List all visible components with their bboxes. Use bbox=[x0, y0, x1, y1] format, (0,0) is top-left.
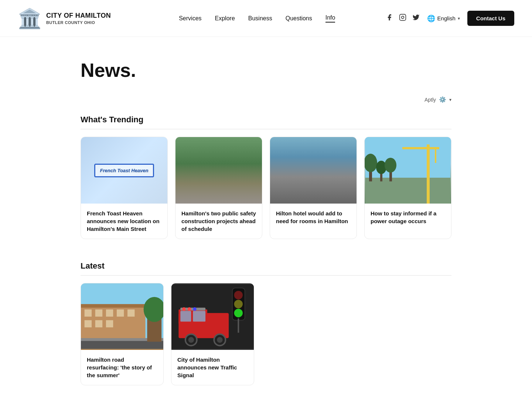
logo-icon: 🏛️ bbox=[18, 9, 42, 28]
language-label: English bbox=[437, 15, 456, 21]
lang-chevron-icon: ▾ bbox=[458, 16, 460, 21]
svg-rect-20 bbox=[127, 310, 134, 317]
nav-info[interactable]: Info bbox=[325, 14, 335, 23]
svg-point-34 bbox=[188, 337, 194, 343]
latest-card-2[interactable]: City of Hamilton announces new Traffic S… bbox=[171, 283, 254, 385]
latest-title: Latest bbox=[81, 261, 451, 276]
latest-cards-grid: Hamilton road resurfacing: 'the story of… bbox=[81, 283, 451, 385]
header-right: 🌐 English ▾ Contact Us bbox=[386, 11, 514, 26]
svg-rect-18 bbox=[106, 310, 113, 317]
svg-rect-22 bbox=[95, 320, 102, 327]
svg-point-36 bbox=[217, 337, 223, 343]
svg-rect-19 bbox=[117, 310, 124, 317]
aptly-bar: Aptly ⚙️ ▾ bbox=[81, 96, 451, 103]
card-title-2: Hamilton's two public safety constructio… bbox=[181, 209, 256, 233]
facebook-icon[interactable] bbox=[386, 14, 393, 23]
nav-services[interactable]: Services bbox=[179, 15, 201, 22]
card-title-1: French Toast Heaven announces new locati… bbox=[87, 209, 161, 233]
latest-card-body-2: City of Hamilton announces new Traffic S… bbox=[171, 350, 254, 385]
svg-point-43 bbox=[234, 300, 243, 308]
card-image-1: French Toast Heaven bbox=[81, 137, 167, 204]
building-svg bbox=[81, 283, 163, 350]
latest-card-1[interactable]: Hamilton road resurfacing: 'the story of… bbox=[81, 283, 164, 385]
powerline-svg bbox=[365, 137, 451, 204]
logo-county: BUTLER COUNTY Ohio bbox=[46, 20, 111, 25]
svg-point-12 bbox=[385, 158, 396, 173]
svg-point-39 bbox=[188, 307, 191, 311]
globe-icon: 🌐 bbox=[427, 14, 435, 23]
firetruck-svg bbox=[171, 283, 254, 350]
trending-section: What's Trending French Toast Heaven Fren… bbox=[81, 115, 451, 239]
site-logo[interactable]: 🏛️ City of Hamilton BUTLER COUNTY Ohio bbox=[18, 9, 129, 28]
svg-rect-15 bbox=[81, 304, 146, 308]
trending-card-2[interactable]: Hamilton's two public safety constructio… bbox=[175, 137, 262, 239]
trending-cards-grid: French Toast Heaven French Toast Heaven … bbox=[81, 137, 451, 239]
nav-explore[interactable]: Explore bbox=[215, 15, 235, 22]
contact-us-button[interactable]: Contact Us bbox=[467, 11, 514, 26]
nav-business[interactable]: Business bbox=[248, 15, 272, 22]
page-title: News. bbox=[81, 59, 451, 81]
latest-card-title-1: Hamilton road resurfacing: 'the story of… bbox=[87, 356, 157, 379]
trending-card-1[interactable]: French Toast Heaven French Toast Heaven … bbox=[81, 137, 168, 239]
main-nav: Services Explore Business Questions Info bbox=[129, 14, 386, 23]
card-image-2 bbox=[175, 137, 262, 204]
trending-card-3[interactable]: Hilton hotel would add to need for rooms… bbox=[270, 137, 357, 239]
card-image-3 bbox=[270, 137, 357, 204]
aptly-chevron-icon: ▾ bbox=[449, 97, 451, 102]
svg-point-40 bbox=[193, 307, 197, 311]
language-selector[interactable]: 🌐 English ▾ bbox=[427, 14, 460, 23]
site-header: 🏛️ City of Hamilton BUTLER COUNTY Ohio S… bbox=[0, 0, 532, 37]
svg-rect-23 bbox=[106, 320, 113, 327]
latest-card-image-1 bbox=[81, 283, 163, 350]
card-body-2: Hamilton's two public safety constructio… bbox=[175, 204, 262, 239]
card-body-3: Hilton hotel would add to need for rooms… bbox=[270, 204, 357, 231]
french-toast-logo: French Toast Heaven bbox=[94, 164, 154, 177]
svg-point-44 bbox=[234, 309, 243, 317]
logo-city: City of Hamilton bbox=[46, 11, 111, 20]
logo-text: City of Hamilton BUTLER COUNTY Ohio bbox=[46, 11, 111, 25]
svg-point-38 bbox=[182, 307, 186, 311]
nav-questions[interactable]: Questions bbox=[286, 15, 312, 22]
latest-card-body-1: Hamilton road resurfacing: 'the story of… bbox=[81, 350, 163, 385]
card-body-4: How to stay informed if a power outage o… bbox=[365, 204, 451, 231]
trending-card-4[interactable]: How to stay informed if a power outage o… bbox=[364, 137, 451, 239]
aptly-gear-icon[interactable]: ⚙️ bbox=[439, 96, 446, 103]
svg-point-42 bbox=[234, 291, 243, 299]
card-image-4 bbox=[365, 137, 451, 204]
svg-rect-16 bbox=[85, 310, 92, 317]
svg-rect-3 bbox=[365, 178, 450, 204]
svg-rect-45 bbox=[238, 318, 239, 333]
svg-rect-17 bbox=[95, 310, 102, 317]
card-title-4: How to stay informed if a power outage o… bbox=[371, 209, 445, 225]
latest-card-image-2 bbox=[171, 283, 254, 350]
latest-section: Latest bbox=[81, 261, 451, 385]
aptly-label: Aptly bbox=[424, 97, 436, 103]
svg-rect-31 bbox=[180, 311, 191, 321]
card-title-3: Hilton hotel would add to need for rooms… bbox=[276, 209, 351, 225]
social-icons bbox=[386, 14, 420, 23]
svg-rect-21 bbox=[85, 320, 92, 327]
trending-title: What's Trending bbox=[81, 115, 451, 129]
card-body-1: French Toast Heaven announces new locati… bbox=[81, 204, 167, 239]
instagram-icon[interactable] bbox=[399, 14, 406, 23]
main-content: News. Aptly ⚙️ ▾ What's Trending French … bbox=[63, 37, 469, 399]
svg-rect-0 bbox=[399, 14, 406, 21]
svg-rect-32 bbox=[193, 311, 205, 321]
latest-card-title-2: City of Hamilton announces new Traffic S… bbox=[177, 356, 248, 379]
twitter-icon[interactable] bbox=[412, 14, 420, 23]
